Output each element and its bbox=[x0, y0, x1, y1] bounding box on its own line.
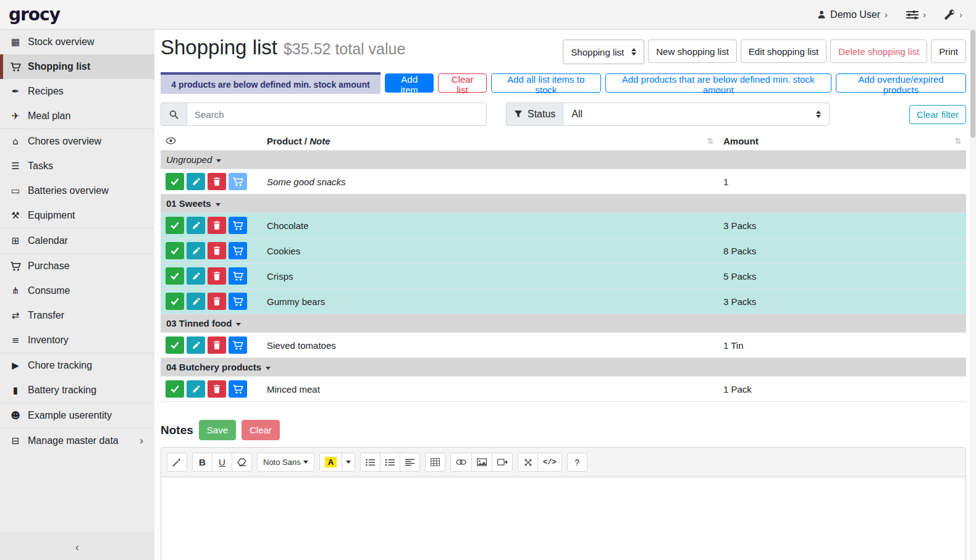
shopping-list-select[interactable]: Shopping list bbox=[563, 40, 644, 64]
sidebar-item-chores-overview[interactable]: ⌂Chores overview bbox=[0, 129, 154, 154]
shopping-list-table: Product / Note ⇅ Amount ⇅ UngroupedSome … bbox=[161, 132, 966, 402]
mark-done-button[interactable] bbox=[166, 293, 184, 310]
style-magic-button[interactable] bbox=[167, 453, 187, 472]
group-header-03-tinned-food[interactable]: 03 Tinned food bbox=[161, 314, 966, 333]
insert-link-button[interactable] bbox=[450, 453, 472, 472]
delete-item-button[interactable] bbox=[208, 173, 226, 190]
sidebar-item-shopping-list[interactable]: Shopping list bbox=[0, 54, 154, 79]
delete-item-button[interactable] bbox=[208, 217, 226, 234]
edit-shopping-list-button[interactable]: Edit shopping list bbox=[741, 40, 827, 63]
edit-item-button[interactable] bbox=[187, 380, 205, 398]
clear-filter-button[interactable]: Clear filter bbox=[909, 105, 966, 124]
clear-notes-button[interactable]: Clear bbox=[242, 420, 280, 440]
unordered-list-button[interactable] bbox=[360, 453, 381, 472]
sidebar-item-purchase[interactable]: Purchase bbox=[0, 254, 154, 278]
sidebar-item-inventory[interactable]: ≡Inventory bbox=[0, 328, 154, 353]
sort-icon[interactable]: ⇅ bbox=[954, 136, 961, 146]
user-name: Demo User bbox=[830, 9, 880, 20]
notes-editor-area[interactable] bbox=[161, 477, 965, 560]
edit-item-button[interactable] bbox=[187, 293, 205, 310]
delete-item-button[interactable] bbox=[208, 293, 226, 310]
sidebar-item-calendar[interactable]: ⊞Calendar bbox=[0, 228, 154, 253]
bold-button[interactable]: B bbox=[192, 453, 212, 472]
toggle-done-items-button[interactable] bbox=[166, 137, 176, 144]
delete-item-button[interactable] bbox=[208, 267, 226, 285]
sidebar-item-tasks[interactable]: ☰Tasks bbox=[0, 154, 154, 178]
underline-button[interactable]: U bbox=[212, 453, 232, 472]
chevron-right-icon: › bbox=[959, 9, 962, 20]
sidebar-item-example-userentity[interactable]: ☻Example userentity bbox=[0, 403, 154, 428]
sidebar-item-batteries-overview[interactable]: ▭Batteries overview bbox=[0, 178, 154, 203]
sidebar-collapse-button[interactable]: ‹ bbox=[0, 533, 154, 560]
scrollbar-thumb[interactable] bbox=[970, 30, 975, 138]
add-below-min-stock-button[interactable]: Add products that are below defined min.… bbox=[605, 73, 831, 93]
edit-item-button[interactable] bbox=[187, 217, 205, 234]
group-header-ungrouped[interactable]: Ungrouped bbox=[161, 151, 966, 169]
edit-item-button[interactable] bbox=[187, 242, 205, 259]
sidebar-item-transfer[interactable]: ⇄Transfer bbox=[0, 303, 154, 328]
add-to-stock-button[interactable] bbox=[229, 267, 247, 285]
color-dropdown-button[interactable] bbox=[342, 453, 355, 472]
edit-item-button[interactable] bbox=[187, 267, 205, 285]
mark-done-button[interactable] bbox=[166, 173, 184, 190]
amount-cell: 8 Packs bbox=[718, 238, 966, 264]
sidebar-item-meal-plan[interactable]: ✈Meal plan bbox=[0, 104, 154, 128]
add-all-to-stock-button[interactable]: Add all list items to stock bbox=[491, 73, 601, 93]
font-family-select[interactable]: Noto Sans bbox=[257, 453, 314, 472]
settings-menu[interactable]: › bbox=[906, 9, 926, 20]
new-shopping-list-button[interactable]: New shopping list bbox=[648, 40, 737, 63]
add-to-stock-button[interactable] bbox=[229, 293, 247, 310]
admin-menu[interactable]: › bbox=[944, 9, 962, 20]
group-header-01-sweets[interactable]: 01 Sweets bbox=[161, 194, 966, 213]
sidebar-item-recipes[interactable]: ✒Recipes bbox=[0, 79, 154, 104]
add-item-button[interactable]: Add item bbox=[385, 73, 434, 93]
add-to-stock-button[interactable] bbox=[229, 336, 247, 354]
clear-list-button[interactable]: Clear list bbox=[438, 73, 487, 93]
delete-item-button[interactable] bbox=[208, 380, 226, 398]
codeview-button[interactable]: </> bbox=[537, 453, 562, 472]
insert-table-button[interactable] bbox=[425, 453, 445, 472]
add-to-stock-button[interactable] bbox=[229, 380, 247, 398]
user-menu[interactable]: Demo User › bbox=[817, 9, 888, 20]
print-button[interactable]: Print bbox=[931, 40, 966, 63]
group-header-04-butchery-products[interactable]: 04 Butchery products bbox=[161, 358, 966, 377]
mark-done-button[interactable] bbox=[166, 242, 184, 259]
sidebar-item-battery-tracking[interactable]: ▮Battery tracking bbox=[0, 378, 154, 403]
highlight-color-button[interactable]: A bbox=[319, 453, 342, 472]
save-notes-button[interactable]: Save bbox=[199, 420, 236, 440]
grocy-logo[interactable]: grocy bbox=[9, 4, 60, 25]
sidebar-item-stock-overview[interactable]: ▦Stock overview bbox=[0, 30, 154, 54]
sidebar-item-manage-master-data[interactable]: ⊟Manage master data› bbox=[0, 428, 154, 453]
add-to-stock-button[interactable] bbox=[229, 217, 247, 234]
below-min-stock-alert[interactable]: 4 products are below defined min. stock … bbox=[161, 72, 381, 94]
add-to-stock-button[interactable] bbox=[229, 242, 247, 259]
sort-icon[interactable]: ⇅ bbox=[707, 136, 713, 146]
add-to-stock-button[interactable] bbox=[229, 173, 247, 190]
sidebar-item-consume[interactable]: ⋔Consume bbox=[0, 278, 154, 303]
ordered-list-button[interactable] bbox=[380, 453, 400, 472]
insert-video-button[interactable] bbox=[492, 453, 513, 472]
delete-item-button[interactable] bbox=[208, 336, 226, 354]
paragraph-align-button[interactable] bbox=[400, 453, 420, 472]
align-paragraph-icon bbox=[405, 459, 414, 466]
scrollbar[interactable] bbox=[970, 29, 976, 560]
edit-item-button[interactable] bbox=[187, 173, 205, 190]
delete-shopping-list-button[interactable]: Delete shopping list bbox=[830, 40, 927, 63]
sidebar-item-equipment[interactable]: ⚒Equipment bbox=[0, 203, 154, 228]
fullscreen-button[interactable] bbox=[518, 453, 538, 472]
page-title: Shopping list bbox=[161, 36, 277, 59]
mark-done-button[interactable] bbox=[166, 380, 184, 398]
status-select[interactable]: All bbox=[563, 102, 830, 126]
add-overdue-button[interactable]: Add overdue/expired products bbox=[836, 73, 966, 93]
help-button[interactable]: ? bbox=[567, 453, 587, 472]
delete-item-button[interactable] bbox=[208, 242, 226, 259]
amount-cell: 3 Packs bbox=[718, 213, 966, 238]
search-input[interactable] bbox=[187, 102, 487, 126]
sidebar-item-chore-tracking[interactable]: ▶Chore tracking bbox=[0, 353, 154, 378]
mark-done-button[interactable] bbox=[166, 217, 184, 234]
insert-picture-button[interactable] bbox=[471, 453, 492, 472]
mark-done-button[interactable] bbox=[166, 336, 184, 354]
mark-done-button[interactable] bbox=[166, 267, 184, 285]
clear-formatting-button[interactable] bbox=[232, 453, 252, 472]
edit-item-button[interactable] bbox=[187, 336, 205, 354]
